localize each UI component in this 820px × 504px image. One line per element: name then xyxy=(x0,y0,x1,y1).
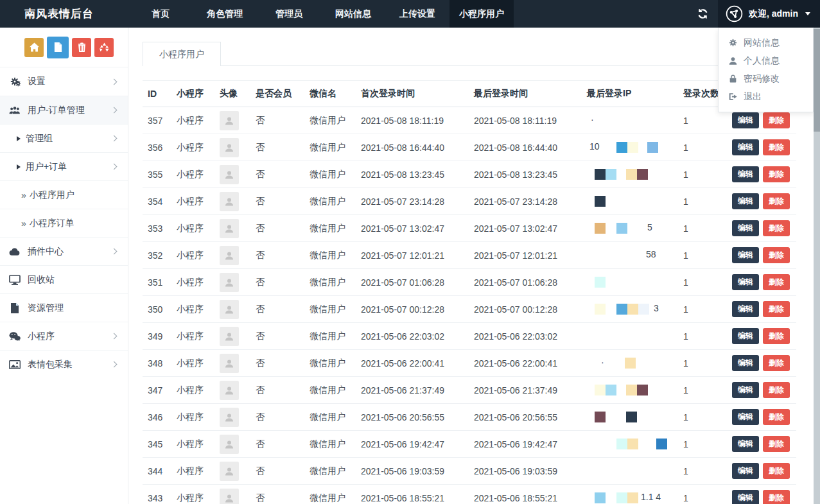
edit-button[interactable]: 编辑 xyxy=(732,274,759,290)
delete-button[interactable]: 删除 xyxy=(763,355,790,371)
edit-button[interactable]: 编辑 xyxy=(732,112,759,128)
edit-button[interactable]: 编辑 xyxy=(732,247,759,263)
delete-button[interactable]: 删除 xyxy=(763,328,790,344)
sidebar-item-小程序用户[interactable]: »小程序用户 xyxy=(0,180,128,209)
delete-button[interactable]: 删除 xyxy=(763,490,790,504)
cell-first-login: 2021-05-08 13:23:45 xyxy=(356,161,469,188)
home-button[interactable] xyxy=(24,38,44,57)
cell-actions: 编辑删除 xyxy=(727,242,796,269)
caret-down-icon xyxy=(805,12,810,15)
cell-last-login: 2021-05-07 12:01:21 xyxy=(469,242,582,269)
delete-button[interactable]: 删除 xyxy=(763,193,790,209)
avatar xyxy=(220,381,239,400)
sidebar-item-回收站[interactable]: 回收站 xyxy=(0,265,128,293)
caret-right-icon xyxy=(17,136,21,141)
cell-wechat-name: 微信用户 xyxy=(304,350,356,377)
cell-id: 355 xyxy=(143,161,171,188)
cell-wechat-name: 微信用户 xyxy=(304,269,356,296)
dropdown-item-密码修改[interactable]: 密码修改 xyxy=(719,70,813,88)
sidebar-item-label: 插件中心 xyxy=(28,246,64,257)
nav-item-角色管理[interactable]: 角色管理 xyxy=(193,0,257,28)
tab-mini-program-users[interactable]: 小程序用户 xyxy=(143,42,221,66)
dropdown-item-label: 个人信息 xyxy=(744,55,780,67)
cell-member: 否 xyxy=(250,350,304,377)
delete-button[interactable]: 删除 xyxy=(763,409,790,425)
censor-mosaic-square xyxy=(606,385,616,395)
edit-button[interactable]: 编辑 xyxy=(732,490,759,504)
welcome-text: 欢迎, admin xyxy=(749,8,798,20)
delete-button[interactable]: 删除 xyxy=(763,166,790,182)
edit-button[interactable]: 编辑 xyxy=(732,409,759,425)
cell-last-login: 2021-05-08 16:44:40 xyxy=(469,134,582,161)
delete-button[interactable]: 删除 xyxy=(763,382,790,398)
cell-id: 356 xyxy=(143,134,171,161)
signout-icon xyxy=(729,92,738,101)
nav-item-管理员[interactable]: 管理员 xyxy=(257,0,321,28)
table-row: 354小程序否微信用户2021-05-07 23:14:282021-05-07… xyxy=(143,188,796,215)
sidebar-item-label: 管理组 xyxy=(26,133,53,144)
nav-item-网站信息[interactable]: 网站信息 xyxy=(321,0,385,28)
delete-button[interactable]: 删除 xyxy=(763,112,790,128)
refresh-button[interactable] xyxy=(687,0,718,28)
sidebar-item-小程序[interactable]: 小程序 xyxy=(0,322,128,350)
sidebar-item-用户-订单管理[interactable]: 用户-订单管理 xyxy=(0,96,128,124)
nav-item-首页[interactable]: 首页 xyxy=(128,0,193,28)
sidebar-item-资源管理[interactable]: 资源管理 xyxy=(0,293,128,322)
sidebar-item-用户+订单[interactable]: 用户+订单 xyxy=(0,152,128,180)
edit-button[interactable]: 编辑 xyxy=(732,220,759,236)
edit-button[interactable]: 编辑 xyxy=(732,166,759,182)
cell-avatar xyxy=(214,404,250,431)
user-menu[interactable]: 欢迎, admin xyxy=(718,0,820,28)
edit-button[interactable]: 编辑 xyxy=(732,139,759,155)
scrollbar-track[interactable] xyxy=(814,28,820,504)
dropdown-item-个人信息[interactable]: 个人信息 xyxy=(719,52,813,70)
cell-id: 353 xyxy=(143,215,171,242)
tab-bar: 小程序用户 xyxy=(143,41,796,66)
sidebar-item-设置[interactable]: 设置 xyxy=(0,67,128,96)
cell-avatar xyxy=(214,269,250,296)
nav-item-小程序用户[interactable]: 小程序用户 xyxy=(449,0,514,28)
censor-mosaic-square xyxy=(638,304,649,315)
censor-mosaic-square xyxy=(606,169,616,180)
sidebar-item-label: 资源管理 xyxy=(28,302,64,314)
delete-button[interactable]: 删除 xyxy=(763,220,790,236)
censor-mosaic-square xyxy=(627,304,638,315)
edit-button[interactable]: 编辑 xyxy=(732,301,759,317)
person-icon xyxy=(224,385,234,395)
delete-button[interactable]: 删除 xyxy=(763,436,790,452)
edit-button[interactable]: 编辑 xyxy=(732,328,759,344)
app-brand[interactable]: 南风表情后台 xyxy=(0,0,128,28)
recycle-icon xyxy=(100,42,109,52)
dropdown-item-网站信息[interactable]: 网站信息 xyxy=(719,34,813,52)
delete-button[interactable]: 删除 xyxy=(763,463,790,479)
delete-button[interactable]: 删除 xyxy=(763,301,790,317)
person-icon xyxy=(224,466,234,476)
censor-mosaic-square xyxy=(595,492,606,503)
censor-mosaic-square xyxy=(625,358,636,369)
edit-button[interactable]: 编辑 xyxy=(732,436,759,452)
delete-button[interactable]: 删除 xyxy=(763,274,790,290)
scrollbar-thumb[interactable] xyxy=(814,29,820,132)
cell-avatar xyxy=(214,188,250,215)
cell-avatar xyxy=(214,215,250,242)
sidebar-item-插件中心[interactable]: 插件中心 xyxy=(0,237,128,265)
delete-button[interactable]: 删除 xyxy=(763,139,790,155)
file-button[interactable] xyxy=(47,37,69,58)
censor-mosaic-square xyxy=(595,277,606,288)
cell-actions: 编辑删除 xyxy=(727,404,796,431)
nav-item-上传设置[interactable]: 上传设置 xyxy=(385,0,449,28)
recycle-button[interactable] xyxy=(94,38,114,57)
edit-button[interactable]: 编辑 xyxy=(732,463,759,479)
delete-button[interactable]: 删除 xyxy=(763,247,790,263)
edit-button[interactable]: 编辑 xyxy=(732,193,759,209)
dropdown-item-退出[interactable]: 退出 xyxy=(719,88,813,106)
edit-button[interactable]: 编辑 xyxy=(732,382,759,398)
ip-fragment: 3 xyxy=(654,303,659,313)
sidebar-item-表情包采集[interactable]: 表情包采集 xyxy=(0,350,128,378)
sidebar-item-小程序订单[interactable]: »小程序订单 xyxy=(0,209,128,237)
avatar xyxy=(220,192,239,211)
edit-button[interactable]: 编辑 xyxy=(732,355,759,371)
sidebar-item-管理组[interactable]: 管理组 xyxy=(0,124,128,152)
trash-button[interactable] xyxy=(72,38,91,57)
sidebar-item-label: 用户-订单管理 xyxy=(28,105,85,116)
